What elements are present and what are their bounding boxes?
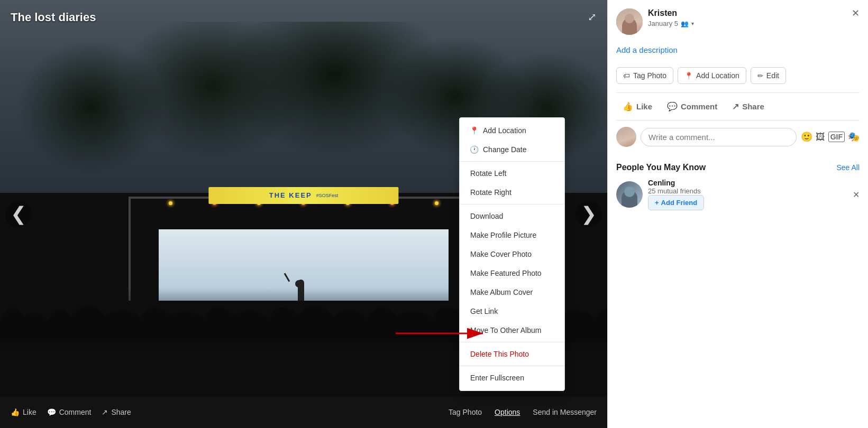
comment-icons: 🙂 🖼 GIF 🎭 — [801, 131, 860, 143]
add-location-button[interactable]: 📍 Add Location — [678, 67, 746, 84]
menu-change-date[interactable]: 🕐 Change Date — [460, 140, 564, 159]
menu-enter-fullscreen[interactable]: Enter Fullscreen — [460, 368, 564, 387]
action-buttons-row: 🏷 Tag Photo 📍 Add Location ✏ Edit — [616, 67, 860, 84]
menu-divider-3 — [460, 342, 564, 342]
like-button[interactable]: 👍 Like — [11, 408, 36, 416]
menu-divider-2 — [460, 204, 564, 204]
dismiss-suggestion-button[interactable]: ✕ — [853, 190, 860, 200]
menu-get-link[interactable]: Get Link — [460, 302, 564, 321]
pin-icon: 📍 — [470, 127, 478, 134]
person-mutual-friends: 25 mutual friends — [648, 187, 844, 195]
avatar — [616, 8, 643, 35]
person-suggestion-card: Cenling 25 mutual friends + Add Friend ✕ — [616, 179, 860, 210]
add-description-link[interactable]: Add a description — [616, 41, 860, 59]
add-friend-button[interactable]: + Add Friend — [648, 195, 704, 210]
post-date: January 5 — [648, 20, 678, 27]
menu-make-cover-photo[interactable]: Make Cover Photo — [460, 245, 564, 264]
like-icon: 👍 — [11, 408, 20, 416]
thumbs-up-icon: 👍 — [623, 101, 633, 111]
menu-add-location[interactable]: 📍 Add Location — [460, 121, 564, 140]
bottom-right-actions: Tag Photo Options Send in Messenger — [449, 408, 597, 416]
person-name[interactable]: Cenling — [648, 179, 844, 187]
privacy-icon: 👥 — [681, 20, 689, 27]
menu-divider-4 — [460, 366, 564, 366]
gif-icon[interactable]: GIF — [828, 132, 845, 142]
share-button[interactable]: ↗ Share — [102, 408, 131, 416]
menu-download[interactable]: Download — [460, 207, 564, 226]
menu-move-album[interactable]: Move To Other Album — [460, 321, 564, 340]
menu-divider-1 — [460, 161, 564, 162]
photo-icon[interactable]: 🖼 — [816, 132, 825, 143]
menu-delete-photo[interactable]: Delete This Photo — [460, 345, 564, 364]
share-icon: ↗ — [102, 408, 108, 416]
calendar-icon: 🕐 — [470, 146, 478, 153]
avatar-image — [616, 8, 643, 35]
share-react-button[interactable]: ↗ Share — [726, 98, 771, 115]
menu-make-profile-picture[interactable]: Make Profile Picture — [460, 226, 564, 245]
photo-bottom-bar: 👍 Like 💬 Comment ↗ Share Tag Photo Optio… — [0, 396, 607, 428]
pencil-icon: ✏ — [757, 72, 763, 80]
tag-photo-button[interactable]: 🏷 Tag Photo — [616, 67, 673, 84]
people-you-may-know-section: People You May Know See All Cenling 25 m… — [616, 163, 860, 217]
user-meta: January 5 👥 ▾ — [648, 20, 694, 27]
commenter-avatar — [616, 127, 636, 147]
comment-bubble-icon: 💬 — [667, 101, 678, 111]
expand-icon[interactable]: ⤢ — [588, 11, 597, 23]
comment-icon: 💬 — [47, 408, 56, 416]
user-info-section: Kristen January 5 👥 ▾ ✕ — [616, 8, 860, 35]
privacy-chevron[interactable]: ▾ — [691, 21, 694, 26]
see-all-link[interactable]: See All — [836, 163, 860, 172]
comment-button[interactable]: 💬 Comment — [47, 408, 92, 416]
menu-make-album-cover[interactable]: Make Album Cover — [460, 283, 564, 302]
comment-input[interactable] — [641, 128, 797, 146]
context-menu: 📍 Add Location 🕐 Change Date Rotate Left… — [459, 117, 565, 391]
sidebar: Kristen January 5 👥 ▾ ✕ Add a descriptio… — [607, 0, 868, 428]
people-section-header: People You May Know See All — [616, 163, 860, 172]
sticker-icon[interactable]: 🎭 — [848, 131, 860, 143]
prev-arrow[interactable]: ❮ — [5, 201, 32, 227]
edit-button[interactable]: ✏ Edit — [751, 67, 786, 84]
people-section-title: People You May Know — [616, 163, 706, 172]
like-react-button[interactable]: 👍 Like — [616, 98, 659, 115]
menu-make-featured-photo[interactable]: Make Featured Photo — [460, 264, 564, 283]
share-icon: ↗ — [732, 101, 739, 111]
person-avatar — [616, 181, 643, 208]
reaction-bar: 👍 Like 💬 Comment ↗ Share — [616, 92, 860, 120]
menu-rotate-right[interactable]: Rotate Right — [460, 183, 564, 202]
next-arrow[interactable]: ❯ — [575, 201, 602, 227]
tag-icon: 🏷 — [623, 72, 630, 80]
options-link[interactable]: Options — [495, 408, 520, 416]
close-button[interactable]: ✕ — [852, 8, 860, 18]
menu-rotate-left[interactable]: Rotate Left — [460, 164, 564, 183]
add-friend-icon: + — [655, 199, 659, 207]
comment-input-row: 🙂 🖼 GIF 🎭 — [616, 127, 860, 147]
tag-photo-link[interactable]: Tag Photo — [449, 408, 482, 416]
user-name[interactable]: Kristen — [648, 8, 694, 18]
user-text-info: Kristen January 5 👥 ▾ — [648, 8, 694, 27]
send-messenger-link[interactable]: Send in Messenger — [533, 408, 597, 416]
album-title: The lost diaries — [11, 11, 96, 24]
location-icon: 📍 — [684, 72, 693, 80]
emoji-icon[interactable]: 🙂 — [801, 131, 812, 143]
person-info: Cenling 25 mutual friends + Add Friend — [648, 179, 844, 210]
photo-area: THE KEEP #SOSFest — [0, 0, 607, 428]
comment-react-button[interactable]: 💬 Comment — [661, 98, 724, 115]
